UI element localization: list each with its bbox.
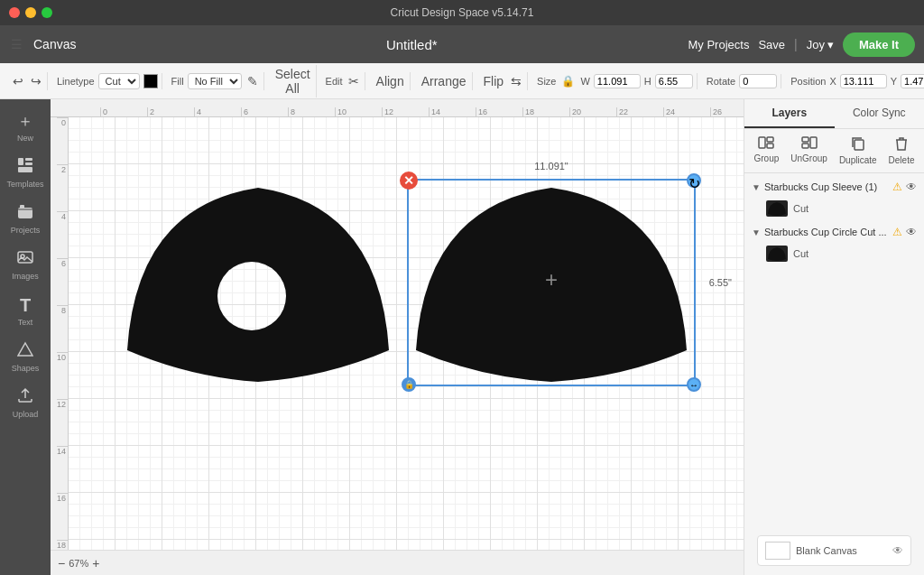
sidebar-projects-label: Projects bbox=[11, 226, 41, 235]
cup-sleeve-right-shape[interactable]: + bbox=[407, 179, 696, 386]
toolbar-select-all-group: Select All bbox=[270, 65, 317, 97]
templates-icon bbox=[17, 157, 33, 178]
hamburger-menu[interactable]: ☰ bbox=[9, 35, 24, 53]
toolbar-align-group: Align bbox=[371, 72, 411, 90]
sidebar-templates-label: Templates bbox=[6, 180, 43, 189]
sidebar-new-label: New bbox=[17, 134, 33, 143]
zoom-in-button[interactable]: + bbox=[92, 556, 99, 570]
edit-button[interactable]: ✂ bbox=[346, 72, 361, 90]
sidebar-item-new[interactable]: ＋ New bbox=[4, 105, 47, 148]
tab-color-sync[interactable]: Color Sync bbox=[835, 99, 925, 128]
my-projects-button[interactable]: My Projects bbox=[688, 38, 750, 51]
sidebar-text-label: Text bbox=[18, 318, 33, 327]
panel-actions: Group UnGroup Duplicate bbox=[744, 129, 924, 173]
layer-cut-label: Cut bbox=[793, 203, 808, 214]
redo-button[interactable]: ↪ bbox=[29, 72, 43, 90]
ungroup-button[interactable]: UnGroup bbox=[785, 134, 833, 167]
zoom-out-button[interactable]: − bbox=[58, 556, 65, 570]
pos-y-label: Y bbox=[891, 76, 897, 87]
ruler-v-marks: 0 2 4 6 8 10 12 14 16 18 bbox=[57, 117, 68, 550]
group-button[interactable]: Group bbox=[749, 134, 785, 167]
flip-button[interactable]: Flip bbox=[482, 72, 506, 90]
sidebar-item-images[interactable]: Images bbox=[4, 244, 47, 286]
panel-tabs: Layers Color Sync bbox=[744, 99, 924, 129]
layer-group-header-sleeve[interactable]: ▼ Starbucks Cup Sleeve (1) ⚠ 👁 bbox=[744, 177, 924, 197]
ruler-mark: 6 bbox=[241, 107, 288, 116]
make-it-button[interactable]: Make It bbox=[843, 32, 915, 57]
toolbar-position-group: Position X 13.111 Y 1.475 bbox=[787, 74, 924, 88]
group-label: Group bbox=[754, 153, 780, 163]
svg-rect-15 bbox=[802, 137, 808, 142]
svg-rect-5 bbox=[20, 205, 24, 209]
left-sidebar: ＋ New Templates Projects Images bbox=[0, 99, 51, 575]
app-title: Cricut Design Space v5.14.71 bbox=[391, 6, 534, 19]
position-label: Position bbox=[790, 76, 826, 87]
ruler-vertical: 0 2 4 6 8 10 12 14 16 18 bbox=[51, 117, 69, 550]
delete-label: Delete bbox=[889, 155, 915, 165]
blank-swatch bbox=[765, 542, 790, 560]
fill-edit-button[interactable]: ✎ bbox=[245, 72, 260, 90]
rotate-input[interactable]: 0 bbox=[739, 74, 777, 88]
ruler-mark: 10 bbox=[335, 107, 382, 116]
ruler-mark: 0 bbox=[100, 107, 147, 116]
pos-y-input[interactable]: 1.475 bbox=[901, 74, 924, 88]
linetype-select[interactable]: Cut bbox=[98, 73, 140, 89]
menubar-left: ☰ Canvas bbox=[9, 35, 135, 53]
width-label: W bbox=[580, 76, 589, 87]
maximize-dot[interactable] bbox=[42, 7, 52, 18]
sidebar-item-templates[interactable]: Templates bbox=[4, 152, 47, 194]
minimize-dot[interactable] bbox=[25, 7, 36, 18]
images-icon bbox=[17, 249, 33, 270]
canvas-grid[interactable]: + ✕ ↻ 🔒 ↔ 11.091" 6.55" bbox=[69, 117, 744, 550]
height-input[interactable]: 6.55 bbox=[655, 74, 693, 88]
layer-group-circle: ▼ Starbucks Cup Circle Cut ... ⚠ 👁 Cut bbox=[744, 222, 924, 265]
sidebar-item-upload[interactable]: Upload bbox=[4, 382, 47, 424]
eye-icon[interactable]: 👁 bbox=[906, 226, 917, 238]
fill-select[interactable]: No Fill bbox=[188, 73, 242, 89]
canvas-body: 0 2 4 6 8 10 12 14 16 18 bbox=[51, 117, 744, 550]
toolbar-fill-group: Fill No Fill ✎ bbox=[168, 72, 264, 90]
align-button[interactable]: Align bbox=[374, 72, 406, 90]
close-dot[interactable] bbox=[9, 7, 20, 18]
svg-rect-3 bbox=[18, 167, 32, 172]
svg-rect-1 bbox=[25, 158, 32, 161]
select-all-button[interactable]: Select All bbox=[273, 65, 312, 97]
sidebar-item-shapes[interactable]: Shapes bbox=[4, 336, 47, 378]
arrange-button[interactable]: Arrange bbox=[420, 72, 468, 90]
flip-icon-button[interactable]: ⇆ bbox=[509, 72, 523, 90]
edit-label: Edit bbox=[326, 76, 343, 87]
eye-icon[interactable]: 👁 bbox=[906, 181, 917, 193]
lock-proportions-button[interactable]: 🔒 bbox=[559, 73, 577, 89]
select-all-label: Select All bbox=[275, 67, 310, 96]
layer-group-header-circle[interactable]: ▼ Starbucks Cup Circle Cut ... ⚠ 👁 bbox=[744, 222, 924, 242]
svg-rect-16 bbox=[802, 144, 808, 148]
sidebar-item-text[interactable]: T Text bbox=[4, 290, 47, 332]
cup-sleeve-left-shape[interactable] bbox=[118, 179, 398, 386]
user-menu-button[interactable]: Joy ▾ bbox=[807, 38, 834, 51]
sidebar-item-projects[interactable]: Projects bbox=[4, 198, 47, 240]
eye-slash-icon[interactable]: 👁 bbox=[892, 544, 903, 557]
layer-item-circle[interactable]: Cut bbox=[744, 242, 924, 265]
tab-layers[interactable]: Layers bbox=[744, 99, 835, 128]
pos-x-input[interactable]: 13.111 bbox=[840, 74, 887, 88]
ruler-mark: 8 bbox=[288, 107, 335, 116]
chevron-down-icon: ▼ bbox=[752, 227, 761, 237]
linetype-color-swatch[interactable] bbox=[143, 74, 158, 88]
menubar-right: My Projects Save | Joy ▾ Make It bbox=[688, 32, 916, 57]
toolbar-rotate-group: Rotate 0 bbox=[703, 74, 781, 88]
upload-icon bbox=[17, 387, 33, 408]
layer-group-sleeve: ▼ Starbucks Cup Sleeve (1) ⚠ 👁 Cut bbox=[744, 177, 924, 220]
svg-rect-14 bbox=[767, 144, 773, 148]
window-controls[interactable] bbox=[9, 7, 52, 18]
ruler-mark: 16 bbox=[476, 107, 522, 116]
text-icon: T bbox=[20, 295, 31, 316]
layer-item-sleeve[interactable]: Cut bbox=[744, 197, 924, 220]
delete-button[interactable]: Delete bbox=[883, 134, 920, 167]
ruler-v-mark: 14 bbox=[57, 446, 68, 493]
svg-rect-2 bbox=[25, 162, 32, 165]
warning-icon: ⚠ bbox=[892, 226, 902, 238]
duplicate-button[interactable]: Duplicate bbox=[834, 134, 882, 167]
undo-button[interactable]: ↩ bbox=[11, 72, 25, 90]
save-button[interactable]: Save bbox=[758, 38, 785, 51]
width-input[interactable]: 11.091 bbox=[594, 74, 641, 88]
